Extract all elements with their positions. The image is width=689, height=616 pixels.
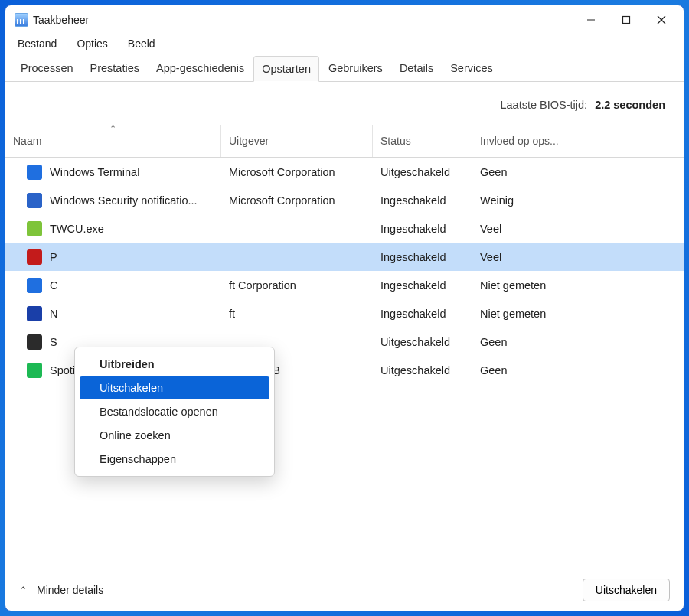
cell-publisher: Microsoft Corporation [221,194,373,207]
app-row-icon [27,221,42,236]
app-row-icon [27,363,42,378]
table-row[interactable]: Windows TerminalMicrosoft CorporationUit… [5,158,684,186]
row-name-label: P [50,251,57,263]
cell-impact: Geen [472,166,595,178]
col-status[interactable]: Status [373,125,472,157]
row-name-label: S [50,336,57,348]
cell-status: Uitgeschakeld [373,336,472,348]
cell-impact: Niet gemeten [472,308,595,320]
table-row[interactable]: Cft CorporationIngeschakeldNiet gemeten [5,271,684,299]
row-name-label: N [50,308,57,320]
cell-impact: Veel [472,223,595,235]
menu-view[interactable]: Beeld [125,36,158,51]
cell-status: Ingeschakeld [373,308,472,320]
fewer-details-link[interactable]: Minder details [37,584,103,596]
cell-name: Windows Security notificatio... [5,193,221,208]
table-row[interactable]: TWCU.exeIngeschakeldVeel [5,214,684,243]
maximize-button[interactable] [609,8,644,32]
disable-button[interactable]: Uitschakelen [583,579,670,601]
cell-impact: Veel [472,251,595,263]
titlebar: Taakbeheer [5,5,684,34]
tab-details[interactable]: Details [392,56,441,81]
task-manager-window: Taakbeheer Bestand Opties Beeld Processe… [5,5,684,611]
tab-startup[interactable]: Opstarten [253,56,319,82]
svg-rect-1 [623,17,630,24]
app-icon [15,13,28,27]
minimize-button[interactable] [573,8,609,32]
cell-impact: Geen [472,364,595,376]
context-menu-item[interactable]: Bestandslocatie openen [80,400,269,423]
cell-publisher: ft [221,308,373,320]
table-row[interactable]: Windows Security notificatio...Microsoft… [5,186,684,214]
cell-publisher: Microsoft Corporation [221,166,373,178]
chevron-up-icon: ⌃ [19,585,28,596]
context-menu: UitbreidenUitschakelenBestandslocatie op… [74,347,275,477]
app-row-icon [27,249,42,265]
app-row-icon [27,193,42,208]
col-impact[interactable]: Invloed op ops... [472,125,576,157]
cell-status: Uitgeschakeld [373,364,472,376]
cell-status: Ingeschakeld [373,223,472,235]
col-publisher[interactable]: Uitgever [221,125,373,157]
content-area: Laatste BIOS-tijd: 2.2 seconden ⌃ Naam U… [5,82,684,569]
tab-app-history[interactable]: App-geschiedenis [149,56,252,81]
tab-processes[interactable]: Processen [13,56,81,81]
cell-name: TWCU.exe [5,221,221,236]
cell-status: Ingeschakeld [373,251,472,263]
cell-status: Ingeschakeld [373,194,472,207]
context-menu-item[interactable]: Uitschakelen [80,376,269,399]
cell-impact: Weinig [472,194,595,207]
tab-services[interactable]: Services [442,56,501,81]
bios-value: 2.2 seconden [595,99,665,111]
table-header: ⌃ Naam Uitgever Status Invloed op ops... [5,125,684,158]
app-row-icon [27,165,42,180]
row-name-label: Windows Terminal [50,166,139,178]
menubar: Bestand Opties Beeld [5,34,684,56]
app-row-icon [27,278,42,293]
context-menu-item[interactable]: Online zoeken [80,424,269,447]
tab-performance[interactable]: Prestaties [83,56,147,81]
window-title: Taakbeheer [33,14,89,26]
sort-caret-icon: ⌃ [109,125,116,134]
close-button[interactable] [644,8,679,32]
app-row-icon [27,306,42,321]
cell-status: Ingeschakeld [373,279,472,292]
footer: ⌃ Minder details Uitschakelen [5,569,684,611]
context-menu-item[interactable]: Eigenschappen [80,448,269,471]
cell-name: Windows Terminal [5,165,221,180]
cell-status: Uitgeschakeld [373,166,472,178]
app-row-icon [27,334,42,350]
row-name-label: C [50,279,57,292]
cell-impact: Geen [472,336,595,348]
cell-publisher: ft Corporation [221,279,373,292]
tabs: Processen Prestaties App-geschiedenis Op… [5,56,684,82]
cell-impact: Niet gemeten [472,279,595,292]
table-row[interactable]: NftIngeschakeldNiet gemeten [5,299,684,328]
cell-name: C [5,278,221,293]
table-row[interactable]: PIngeschakeldVeel [5,243,684,271]
cell-name: N [5,306,221,321]
tab-users[interactable]: Gebruikers [321,56,390,81]
context-menu-item[interactable]: Uitbreiden [80,353,269,376]
col-name[interactable]: ⌃ Naam [5,125,221,157]
row-name-label: TWCU.exe [50,223,104,235]
col-name-label: Naam [13,135,41,147]
bios-label: Laatste BIOS-tijd: [500,99,587,111]
menu-options[interactable]: Opties [73,36,110,51]
bios-time-line: Laatste BIOS-tijd: 2.2 seconden [5,82,684,125]
cell-name: P [5,249,221,265]
row-name-label: Windows Security notificatio... [50,194,198,207]
menu-file[interactable]: Bestand [15,36,60,51]
